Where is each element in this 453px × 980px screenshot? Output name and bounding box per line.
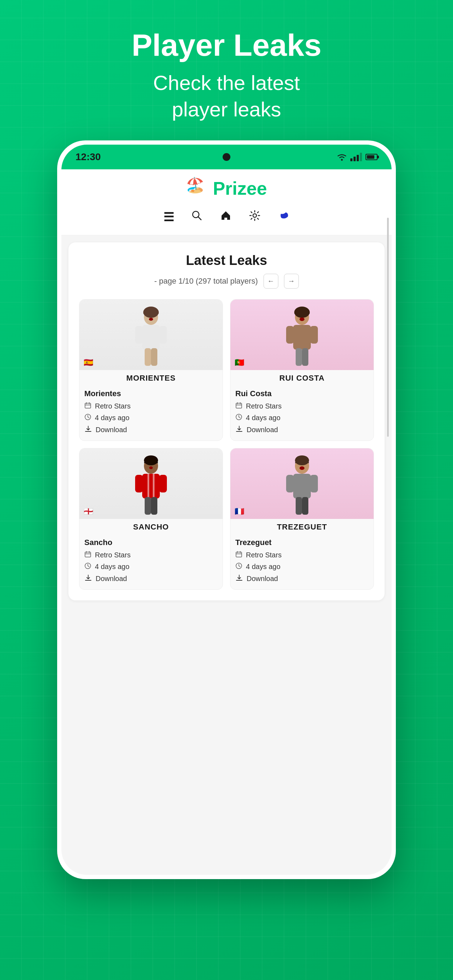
player-card-morientes[interactable]: 🇪🇸 MORIENTES Morientes — [79, 299, 223, 441]
app-header: 🏖️ Prizee ☰ — [61, 169, 392, 235]
svg-rect-12 — [85, 403, 91, 408]
app-logo-row: 🏖️ Prizee — [186, 178, 267, 199]
category-trezeguet: Retro Stars — [246, 551, 281, 559]
player-name-sancho: SANCHO — [79, 519, 223, 534]
player-info-trezeguet: Trezeguet — [230, 534, 374, 589]
player-card-sancho[interactable]: 🏴󠁧󠁢󠁥󠁮󠁧󠁿 SANCHO Sancho — [79, 448, 223, 590]
download-button-rui-costa[interactable]: Download — [235, 425, 369, 435]
app-content: 🏖️ Prizee ☰ — [61, 169, 392, 875]
search-icon[interactable] — [191, 210, 202, 224]
svg-rect-57 — [310, 475, 318, 492]
battery-icon — [366, 154, 377, 160]
calendar-icon — [84, 402, 91, 410]
category-row-trezeguet: Retro Stars — [235, 550, 369, 560]
player-name-trezeguet: TREZEGUET — [230, 519, 374, 534]
player-name-morientes: MORIENTES — [79, 370, 223, 385]
clock-icon — [84, 414, 91, 422]
player-name-rui-costa: RUI COSTA — [230, 370, 374, 385]
svg-point-0 — [341, 159, 343, 161]
page-info: - page 1/10 (297 total players) ← → — [79, 274, 374, 289]
player-silhouette-sancho — [128, 455, 174, 519]
svg-rect-25 — [302, 348, 308, 366]
menu-icon[interactable]: ☰ — [163, 210, 173, 224]
player-full-name-trezeguet: Trezeguet — [235, 538, 369, 547]
svg-rect-62 — [236, 552, 242, 557]
time-sancho: 4 days ago — [95, 563, 129, 571]
download-icon-4 — [235, 574, 243, 584]
svg-rect-5 — [142, 325, 160, 350]
svg-line-18 — [88, 417, 89, 418]
status-bar: 12:30 — [61, 145, 392, 169]
next-page-button[interactable]: → — [284, 274, 299, 289]
player-full-name-rui-costa: Rui Costa — [235, 389, 369, 398]
download-icon-3 — [84, 574, 92, 584]
clock-icon-4 — [235, 562, 242, 571]
svg-rect-42 — [145, 497, 151, 515]
player-silhouette-morientes — [128, 307, 174, 370]
home-icon[interactable] — [220, 210, 231, 224]
download-label-morientes: Download — [95, 426, 127, 434]
wifi-icon — [337, 153, 347, 161]
settings-icon[interactable] — [249, 210, 261, 224]
players-grid: 🇪🇸 MORIENTES Morientes — [79, 299, 374, 590]
svg-line-34 — [239, 417, 240, 418]
dark-mode-icon[interactable] — [278, 210, 290, 224]
time-row-trezeguet: 4 days ago — [235, 562, 369, 571]
player-full-name-sancho: Sancho — [84, 538, 218, 547]
player-full-name-morientes: Morientes — [84, 389, 218, 398]
status-icons — [337, 153, 377, 161]
svg-rect-9 — [151, 348, 157, 366]
category-morientes: Retro Stars — [95, 402, 130, 410]
svg-rect-37 — [142, 474, 160, 498]
phone-outer-frame: 12:30 — [57, 140, 396, 879]
app-logo-icon: 🏖️ — [186, 178, 207, 199]
section-title: Latest Leaks — [79, 253, 374, 268]
camera-dot — [223, 153, 230, 161]
svg-rect-56 — [286, 475, 294, 492]
svg-rect-55 — [293, 474, 311, 498]
player-card-rui-costa[interactable]: 🇵🇹 RUI COSTA Rui Costa — [230, 299, 374, 441]
page-info-text: - page 1/10 (297 total players) — [154, 277, 258, 286]
svg-point-3 — [253, 214, 256, 217]
svg-rect-40 — [148, 474, 149, 498]
svg-rect-7 — [159, 326, 167, 344]
flag-sancho: 🏴󠁧󠁢󠁥󠁮󠁧󠁿 — [84, 508, 93, 515]
download-icon — [84, 425, 92, 435]
svg-rect-23 — [310, 326, 318, 344]
player-info-morientes: Morientes — [79, 385, 223, 441]
time-trezeguet: 4 days ago — [246, 563, 280, 571]
svg-rect-58 — [296, 497, 302, 515]
player-card-trezeguet[interactable]: 🇫🇷 TREZEGUET Trezeguet — [230, 448, 374, 590]
category-row-sancho: Retro Stars — [84, 550, 218, 560]
signal-icon — [350, 153, 362, 161]
download-icon-2 — [235, 425, 243, 435]
scroll-indicator — [387, 218, 389, 437]
flag-rui-costa: 🇵🇹 — [235, 359, 244, 366]
time-morientes: 4 days ago — [95, 414, 129, 422]
svg-point-61 — [300, 466, 304, 470]
status-time: 12:30 — [75, 151, 101, 162]
player-silhouette-trezeguet — [279, 455, 325, 519]
svg-rect-6 — [135, 326, 143, 344]
prev-page-button[interactable]: ← — [264, 274, 278, 289]
player-image-rui-costa: 🇵🇹 — [230, 299, 374, 370]
flag-morientes: 🇪🇸 — [84, 359, 93, 366]
download-button-trezeguet[interactable]: Download — [235, 574, 369, 584]
download-label-sancho: Download — [95, 575, 127, 583]
player-info-sancho: Sancho — [79, 534, 223, 589]
clock-icon-2 — [235, 414, 242, 422]
calendar-icon-3 — [84, 550, 91, 560]
svg-rect-28 — [236, 403, 242, 408]
calendar-icon-2 — [235, 402, 242, 410]
svg-line-52 — [88, 566, 89, 567]
time-row-morientes: 4 days ago — [84, 414, 218, 422]
download-button-morientes[interactable]: Download — [84, 425, 218, 435]
download-label-rui-costa: Download — [246, 426, 278, 434]
phone-mockup: 12:30 — [57, 140, 396, 879]
svg-point-27 — [300, 318, 304, 321]
download-button-sancho[interactable]: Download — [84, 574, 218, 584]
svg-rect-39 — [159, 475, 167, 492]
clock-icon-3 — [84, 562, 91, 571]
promo-title: Player Leaks — [132, 28, 321, 62]
player-info-rui-costa: Rui Costa — [230, 385, 374, 441]
